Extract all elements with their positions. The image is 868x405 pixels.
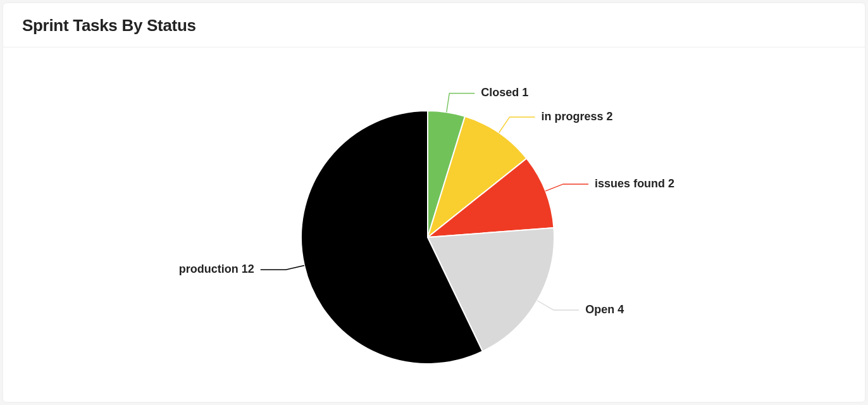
pie-label-open: Open 4 xyxy=(585,303,624,316)
pie-leader xyxy=(537,301,579,310)
pie-leader xyxy=(545,184,588,191)
pie-leader xyxy=(261,266,304,270)
pie-leader xyxy=(499,117,535,133)
pie-chart: Closed 1in progress 2issues found 2Open … xyxy=(3,47,865,402)
pie-leader xyxy=(447,94,474,113)
pie-label-issues-found: issues found 2 xyxy=(595,177,674,190)
card-header: Sprint Tasks By Status xyxy=(3,3,865,47)
pie-label-closed: Closed 1 xyxy=(481,86,528,99)
sprint-status-card: Sprint Tasks By Status Closed 1in progre… xyxy=(3,3,865,402)
chart-area: Closed 1in progress 2issues found 2Open … xyxy=(3,47,865,402)
pie-label-production: production 12 xyxy=(179,263,254,275)
pie-label-in-progress: in progress 2 xyxy=(542,110,613,123)
card-title: Sprint Tasks By Status xyxy=(22,16,846,35)
